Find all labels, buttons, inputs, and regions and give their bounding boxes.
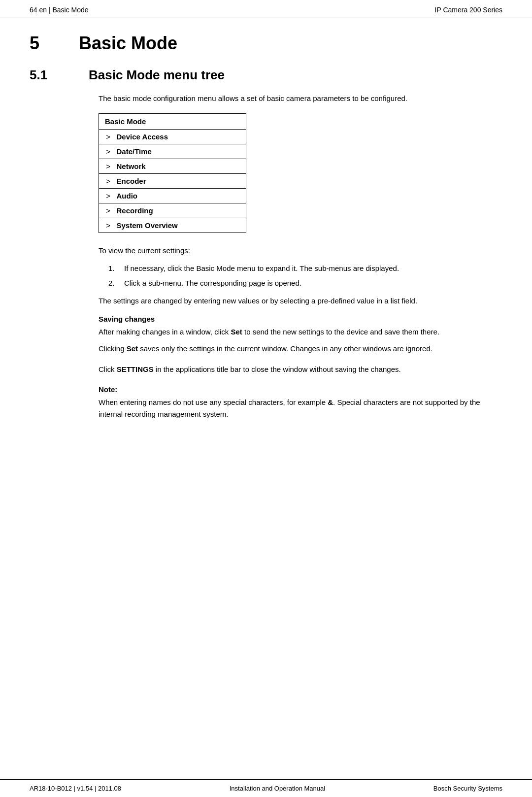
menu-table-row: >Network xyxy=(99,159,246,174)
menu-arrow-2: > xyxy=(99,159,114,174)
note-para-before: When entering names do not use any speci… xyxy=(99,398,328,406)
chapter-number: 5 xyxy=(30,33,59,54)
saving-para1-before: After making changes in a window, click xyxy=(99,328,231,336)
footer-right: Bosch Security Systems xyxy=(433,785,502,792)
saving-para2: Clicking Set saves only the settings in … xyxy=(99,343,502,355)
step-num-2: 2. xyxy=(108,277,118,289)
settings-close-para: Click SETTINGS in the applications title… xyxy=(99,364,502,375)
note-para: When entering names do not use any speci… xyxy=(99,397,502,420)
page-header: 64 en | Basic Mode IP Camera 200 Series xyxy=(0,0,532,18)
section-heading: 5.1 Basic Mode menu tree xyxy=(30,67,502,83)
chapter-heading: 5 Basic Mode xyxy=(30,33,502,54)
step-2: 2.Click a sub-menu. The corresponding pa… xyxy=(108,277,502,289)
page-container: 64 en | Basic Mode IP Camera 200 Series … xyxy=(0,0,532,797)
chapter-title: Basic Mode xyxy=(79,33,177,54)
saving-para1-bold: Set xyxy=(231,328,242,336)
note-heading: Note: xyxy=(99,385,502,394)
menu-item-0: Device Access xyxy=(114,130,246,144)
menu-arrow-4: > xyxy=(99,189,114,203)
menu-table-row: >System Overview xyxy=(99,218,246,233)
menu-table-row: >Date/Time xyxy=(99,144,246,159)
menu-arrow-6: > xyxy=(99,218,114,233)
menu-item-2: Network xyxy=(114,159,246,174)
step-1: 1.If necessary, click the Basic Mode men… xyxy=(108,263,502,274)
note-para-bold: & xyxy=(328,398,333,406)
menu-item-3: Encoder xyxy=(114,174,246,189)
instructions-preamble: To view the current settings: xyxy=(99,245,502,257)
page-footer: AR18-10-B012 | v1.54 | 2011.08 Installat… xyxy=(0,779,532,797)
menu-arrow-1: > xyxy=(99,144,114,159)
header-left-text: 64 en | Basic Mode xyxy=(30,6,89,14)
section-title: Basic Mode menu tree xyxy=(89,67,225,83)
saving-para1-after: to send the new settings to the device a… xyxy=(242,328,439,336)
footer-left: AR18-10-B012 | v1.54 | 2011.08 xyxy=(30,785,121,792)
settings-para-before: Click xyxy=(99,365,117,373)
settings-para-bold: SETTINGS xyxy=(117,365,154,373)
menu-arrow-0: > xyxy=(99,130,114,144)
menu-table-row: >Recording xyxy=(99,203,246,218)
header-right-text: IP Camera 200 Series xyxy=(435,6,502,14)
menu-item-4: Audio xyxy=(114,189,246,203)
step-text-2: Click a sub-menu. The corresponding page… xyxy=(124,277,301,289)
saving-para2-after: saves only the settings in the current w… xyxy=(138,344,432,353)
intro-text: The basic mode configuration menu allows… xyxy=(99,93,502,104)
main-content: 5 Basic Mode 5.1 Basic Mode menu tree Th… xyxy=(0,18,532,779)
step-num-1: 1. xyxy=(108,263,118,274)
footer-center: Installation and Operation Manual xyxy=(230,785,325,792)
menu-table-row: >Encoder xyxy=(99,174,246,189)
saving-para2-bold: Set xyxy=(127,344,138,353)
menu-table-row: >Audio xyxy=(99,189,246,203)
saving-para1: After making changes in a window, click … xyxy=(99,326,502,338)
content-body: The basic mode configuration menu allows… xyxy=(99,93,502,420)
settings-para-after: in the applications title bar to close t… xyxy=(154,365,401,373)
numbered-list: 1.If necessary, click the Basic Mode men… xyxy=(108,263,502,289)
menu-arrow-3: > xyxy=(99,174,114,189)
settings-text: The settings are changed by entering new… xyxy=(99,295,502,307)
section-number: 5.1 xyxy=(30,67,69,83)
menu-table-row: >Device Access xyxy=(99,130,246,144)
menu-item-1: Date/Time xyxy=(114,144,246,159)
menu-table-header: Basic Mode xyxy=(99,114,246,130)
saving-para2-before: Clicking xyxy=(99,344,127,353)
menu-item-5: Recording xyxy=(114,203,246,218)
step-text-1: If necessary, click the Basic Mode menu … xyxy=(124,263,399,274)
menu-table: Basic Mode >Device Access>Date/Time>Netw… xyxy=(99,113,246,233)
menu-item-6: System Overview xyxy=(114,218,246,233)
saving-heading: Saving changes xyxy=(99,315,502,323)
menu-arrow-5: > xyxy=(99,203,114,218)
